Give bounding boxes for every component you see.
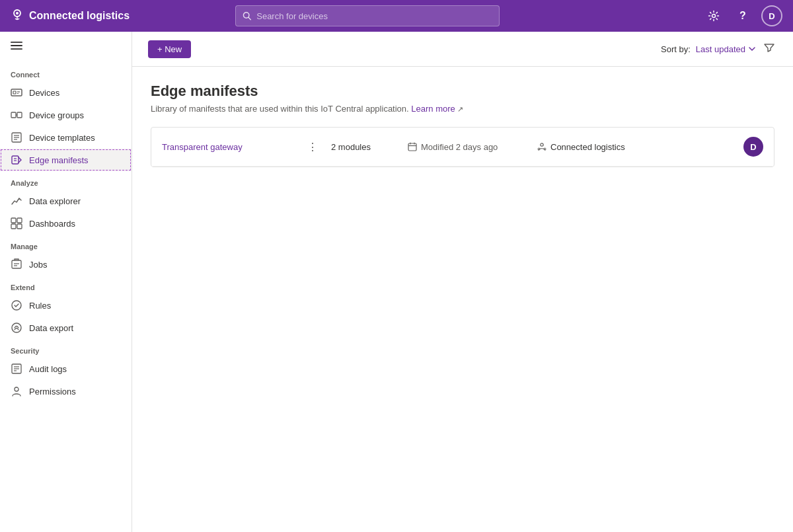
sidebar: Connect Devices Device groups bbox=[0, 32, 132, 532]
sidebar-item-device-groups[interactable]: Device groups bbox=[0, 104, 132, 126]
new-button[interactable]: + New bbox=[148, 40, 191, 58]
svg-rect-11 bbox=[11, 112, 16, 118]
sidebar-item-rules[interactable]: Rules bbox=[0, 294, 132, 317]
sidebar-item-label-audit-logs: Audit logs bbox=[29, 364, 67, 374]
data-explorer-icon bbox=[11, 195, 22, 207]
sidebar-item-label-edge-manifests: Edge manifests bbox=[29, 155, 89, 165]
menu-icon bbox=[11, 40, 22, 52]
svg-rect-7 bbox=[11, 89, 22, 96]
topbar: Connected logistics ? D bbox=[0, 0, 793, 32]
devices-icon bbox=[11, 87, 22, 98]
page-title: Edge manifests bbox=[151, 83, 774, 100]
sort-value-button[interactable]: Last updated bbox=[696, 44, 756, 54]
sidebar-item-label-permissions: Permissions bbox=[29, 387, 76, 397]
sidebar-item-dashboards[interactable]: Dashboards bbox=[0, 212, 132, 235]
manifest-modules: 2 modules bbox=[331, 142, 397, 152]
learn-more-link[interactable]: Learn more bbox=[411, 104, 455, 114]
sidebar-item-label-data-export: Data export bbox=[29, 323, 73, 333]
sidebar-item-data-export[interactable]: Data export bbox=[0, 317, 132, 339]
app-logo: Connected logistics bbox=[11, 8, 130, 24]
manifest-org-text: Connected logistics bbox=[550, 142, 625, 152]
sidebar-item-label-devices: Devices bbox=[29, 88, 59, 98]
section-label-security: Security bbox=[0, 339, 132, 358]
svg-point-28 bbox=[12, 301, 21, 310]
jobs-icon bbox=[11, 258, 22, 270]
svg-rect-25 bbox=[12, 260, 21, 268]
dashboards-icon bbox=[11, 217, 22, 229]
section-label-connect: Connect bbox=[0, 63, 132, 81]
section-label-extend: Extend bbox=[0, 276, 132, 294]
sidebar-item-audit-logs[interactable]: Audit logs bbox=[0, 358, 132, 380]
svg-point-1 bbox=[16, 12, 19, 15]
external-link-icon: ↗ bbox=[457, 105, 463, 113]
search-icon bbox=[243, 11, 251, 20]
app-name: Connected logistics bbox=[29, 10, 130, 22]
main-content: + New Sort by: Last updated Edge manifes bbox=[132, 32, 793, 532]
toolbar: + New Sort by: Last updated bbox=[132, 32, 793, 67]
logo-icon bbox=[11, 8, 24, 24]
main-layout: Connect Devices Device groups bbox=[0, 32, 793, 532]
calendar-icon bbox=[408, 142, 417, 151]
rules-icon bbox=[11, 299, 22, 311]
permissions-icon bbox=[11, 385, 22, 397]
sidebar-item-label-device-groups: Device groups bbox=[29, 110, 84, 120]
sidebar-item-devices[interactable]: Devices bbox=[0, 81, 132, 104]
sort-label: Sort by: bbox=[661, 44, 691, 54]
svg-rect-23 bbox=[11, 224, 16, 229]
svg-rect-21 bbox=[11, 218, 16, 223]
settings-button[interactable] bbox=[703, 5, 724, 26]
sidebar-item-label-device-templates: Device templates bbox=[29, 133, 95, 143]
edge-manifests-icon bbox=[11, 154, 22, 166]
sidebar-item-label-dashboards: Dashboards bbox=[29, 219, 75, 229]
content-area: Edge manifests Library of manifests that… bbox=[132, 67, 793, 532]
sidebar-item-permissions[interactable]: Permissions bbox=[0, 380, 132, 402]
svg-point-34 bbox=[15, 387, 19, 391]
sort-area: Sort by: Last updated bbox=[661, 40, 777, 58]
manifest-org: Connected logistics bbox=[537, 142, 733, 152]
svg-rect-35 bbox=[408, 143, 416, 151]
svg-rect-4 bbox=[11, 42, 22, 43]
svg-rect-12 bbox=[17, 112, 22, 118]
device-groups-icon bbox=[11, 109, 22, 121]
sidebar-item-data-explorer[interactable]: Data explorer bbox=[0, 190, 132, 212]
help-button[interactable]: ? bbox=[732, 5, 753, 26]
sort-value-text: Last updated bbox=[696, 44, 745, 54]
svg-point-39 bbox=[541, 143, 543, 146]
org-icon bbox=[537, 142, 547, 151]
chevron-down-icon bbox=[748, 45, 756, 53]
section-label-manage: Manage bbox=[0, 235, 132, 253]
page-description-text: Library of manifests that are used withi… bbox=[151, 104, 409, 114]
user-avatar[interactable]: D bbox=[761, 5, 782, 26]
search-input[interactable] bbox=[256, 11, 492, 21]
sidebar-item-jobs[interactable]: Jobs bbox=[0, 253, 132, 276]
svg-rect-5 bbox=[11, 45, 22, 46]
sidebar-item-device-templates[interactable]: Device templates bbox=[0, 126, 132, 149]
section-label-analyze: Analyze bbox=[0, 171, 132, 190]
device-templates-icon bbox=[11, 132, 22, 143]
filter-icon bbox=[764, 42, 774, 53]
topbar-right: ? D bbox=[703, 5, 782, 26]
manifest-list: Transparent gateway ⋮ 2 modules Modified… bbox=[151, 127, 774, 167]
data-export-icon bbox=[11, 322, 22, 334]
manifest-item[interactable]: Transparent gateway ⋮ 2 modules Modified… bbox=[151, 128, 774, 167]
question-icon: ? bbox=[739, 10, 746, 22]
hamburger-button[interactable] bbox=[0, 32, 132, 63]
svg-point-3 bbox=[712, 15, 715, 18]
sidebar-item-label-rules: Rules bbox=[29, 301, 51, 311]
search-bar[interactable] bbox=[235, 5, 500, 26]
manifest-modified: Modified 2 days ago bbox=[408, 142, 527, 152]
sidebar-item-label-jobs: Jobs bbox=[29, 260, 47, 270]
svg-rect-24 bbox=[17, 224, 22, 229]
svg-rect-22 bbox=[17, 218, 22, 223]
page-description: Library of manifests that are used withi… bbox=[151, 104, 774, 114]
manifest-more-button[interactable]: ⋮ bbox=[305, 141, 321, 153]
manifest-avatar: D bbox=[743, 137, 763, 157]
audit-logs-icon bbox=[11, 363, 22, 375]
filter-button[interactable] bbox=[761, 40, 777, 58]
sidebar-item-label-data-explorer: Data explorer bbox=[29, 196, 81, 206]
manifest-name: Transparent gateway bbox=[162, 142, 294, 152]
sidebar-item-edge-manifests[interactable]: Edge manifests bbox=[0, 149, 132, 171]
svg-rect-6 bbox=[11, 48, 22, 50]
gear-icon bbox=[708, 10, 720, 22]
manifest-modified-text: Modified 2 days ago bbox=[421, 142, 498, 152]
